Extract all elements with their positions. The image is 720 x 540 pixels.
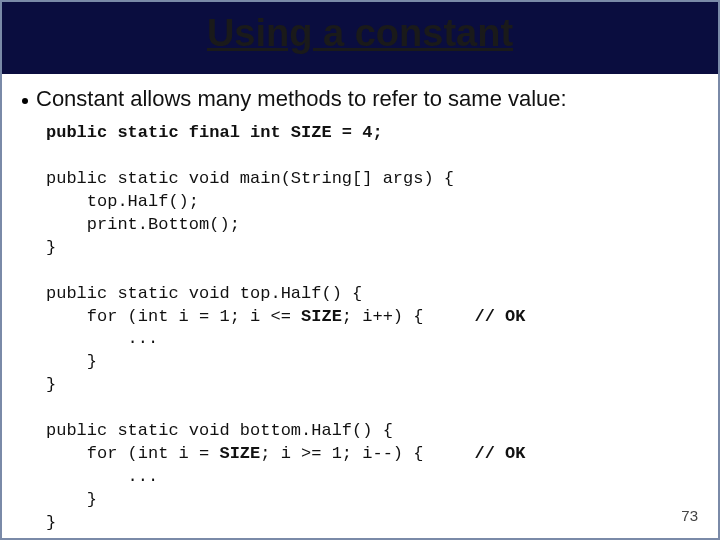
code-bot5: } xyxy=(46,513,56,532)
code-top1: public static void top.Half() { xyxy=(46,284,362,303)
slide-frame: Using a constant Constant allows many me… xyxy=(0,0,720,540)
code-top5: } xyxy=(46,375,56,394)
code-top4: } xyxy=(46,352,97,371)
code-main4: } xyxy=(46,238,56,257)
code-main2: top.Half(); xyxy=(46,192,199,211)
code-top2c: ; i++) { xyxy=(342,307,475,326)
bullet-text: Constant allows many methods to refer to… xyxy=(36,86,567,112)
slide-body: Constant allows many methods to refer to… xyxy=(2,74,718,535)
code-top3: ... xyxy=(46,329,158,348)
bullet-dot-icon xyxy=(22,98,28,104)
code-top2a: for (int i = 1; i <= xyxy=(46,307,301,326)
bullet-row: Constant allows many methods to refer to… xyxy=(22,86,698,112)
code-main1: public static void main(String[] args) { xyxy=(46,169,454,188)
code-block: public static final int SIZE = 4; public… xyxy=(46,122,698,535)
code-top2d: // OK xyxy=(474,307,525,326)
code-decl-b: SIZE xyxy=(291,123,332,142)
code-bot2a: for (int i = xyxy=(46,444,219,463)
code-bot1: public static void bottom.Half() { xyxy=(46,421,393,440)
code-bot2c: ; i >= 1; i--) { xyxy=(260,444,474,463)
page-number: 73 xyxy=(681,507,698,524)
code-decl-a: public static final int xyxy=(46,123,291,142)
code-top2b: SIZE xyxy=(301,307,342,326)
code-bot2d: // OK xyxy=(475,444,526,463)
code-main3: print.Bottom(); xyxy=(46,215,240,234)
code-bot4: } xyxy=(46,490,97,509)
slide-title: Using a constant xyxy=(2,12,718,55)
code-decl-c: = 4; xyxy=(332,123,383,142)
code-bot2b: SIZE xyxy=(219,444,260,463)
code-bot3: ... xyxy=(46,467,158,486)
